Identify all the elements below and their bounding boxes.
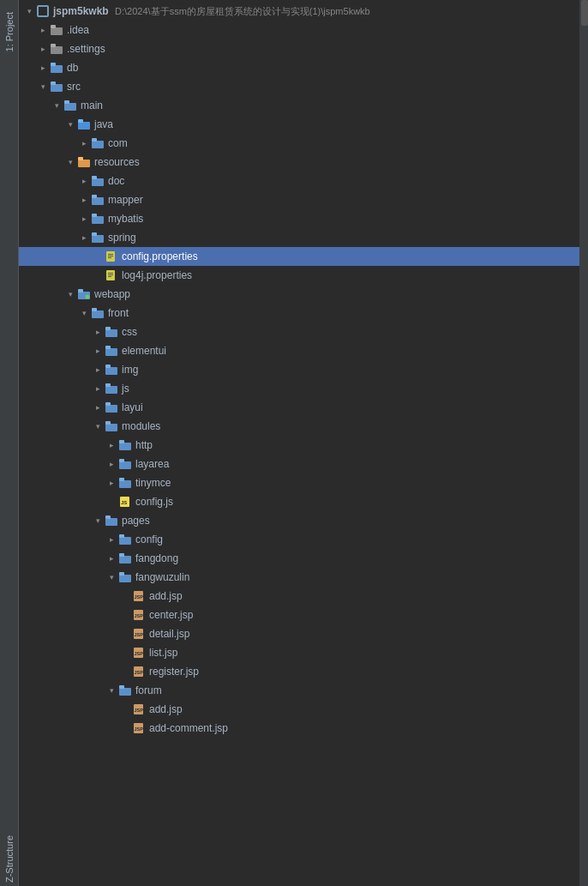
svg-rect-20 (92, 195, 97, 198)
resources-arrow[interactable] (63, 155, 77, 169)
tree-root[interactable]: jspm5kwkb D:\2024\基于ssm的房屋租赁系统的设计与实现(1)\… (19, 2, 579, 21)
tree-row-com[interactable]: com (19, 134, 579, 153)
tree-row-fangdong[interactable]: fangdong (19, 549, 579, 568)
svg-text:JSP: JSP (135, 651, 144, 656)
tree-row-idea[interactable]: .idea (19, 21, 579, 39)
module-icon (36, 4, 50, 18)
tree-row-front[interactable]: front (19, 304, 579, 322)
tree-row-pages-config[interactable]: config (19, 530, 579, 549)
tree-row-resources[interactable]: resources (19, 153, 579, 172)
scrollbar-thumb[interactable] (581, 0, 588, 26)
main-arrow[interactable] (50, 99, 63, 112)
settings-arrow[interactable] (36, 42, 50, 56)
css-folder-icon (105, 325, 118, 339)
svg-rect-38 (105, 329, 117, 337)
tree-row-db[interactable]: db (19, 58, 579, 77)
svg-rect-12 (78, 119, 83, 123)
svg-rect-53 (119, 459, 124, 462)
tree-row-forum-add-jsp[interactable]: JSP add.jsp (19, 700, 579, 719)
img-arrow[interactable] (91, 363, 105, 377)
tree-row-elementui[interactable]: elementui (19, 341, 579, 360)
tree-row-log4j-properties[interactable]: log4j.properties (19, 266, 579, 285)
spring-arrow[interactable] (77, 231, 91, 244)
tree-row-src[interactable]: src (19, 77, 579, 96)
forum-label: forum (135, 684, 162, 696)
tree-row-config-properties[interactable]: config.properties (19, 247, 579, 266)
tree-row-spring[interactable]: spring (19, 228, 579, 247)
scrollbar[interactable] (579, 0, 588, 886)
tree-row-center-jsp[interactable]: JSP center.jsp (19, 606, 579, 624)
elementui-folder-icon (105, 344, 118, 358)
layarea-arrow[interactable] (105, 457, 118, 471)
pages-config-arrow[interactable] (105, 533, 118, 546)
root-name: jspm5kwkb D:\2024\基于ssm的房屋租赁系统的设计与实现(1)\… (53, 5, 370, 18)
tree-row-http[interactable]: http (19, 436, 579, 455)
forum-arrow[interactable] (105, 684, 118, 697)
tree-row-css[interactable]: css (19, 322, 579, 341)
tree-row-layui[interactable]: layui (19, 398, 579, 417)
tree-row-add-comment-jsp[interactable]: JSP add-comment.jsp (19, 719, 579, 738)
tree-row-mapper[interactable]: mapper (19, 190, 579, 209)
doc-label: doc (108, 175, 124, 187)
tree-row-webapp[interactable]: webapp (19, 285, 579, 304)
mapper-arrow[interactable] (77, 193, 91, 207)
tree-row-java[interactable]: java (19, 115, 579, 134)
svg-rect-24 (92, 232, 97, 236)
tree-row-list-jsp[interactable]: JSP list.jsp (19, 643, 579, 662)
list-jsp-icon: JSP (132, 646, 146, 660)
tree-row-main[interactable]: main (19, 96, 579, 115)
fangdong-folder-icon (118, 551, 132, 565)
idea-arrow[interactable] (36, 23, 50, 37)
forum-add-jsp-icon: JSP (132, 702, 146, 716)
js-arrow[interactable] (91, 382, 105, 395)
fangwuzulin-arrow[interactable] (105, 570, 118, 584)
tree-row-add-jsp[interactable]: JSP add.jsp (19, 587, 579, 606)
svg-rect-36 (92, 310, 104, 318)
tree-row-tinymce[interactable]: tinymce (19, 473, 579, 492)
project-panel-label[interactable]: 1: Project (3, 9, 16, 55)
svg-text:JSP: JSP (135, 708, 144, 713)
src-label: src (67, 81, 81, 93)
tree-row-doc[interactable]: doc (19, 172, 579, 190)
src-arrow[interactable] (36, 80, 50, 93)
img-folder-icon (105, 363, 118, 377)
pages-folder-icon (105, 514, 118, 527)
log4j-properties-icon (105, 268, 118, 282)
tree-row-register-jsp[interactable]: JSP register.jsp (19, 662, 579, 681)
tree-row-forum[interactable]: forum (19, 681, 579, 700)
mybatis-arrow[interactable] (77, 212, 91, 226)
tree-row-config-js[interactable]: JS config.js (19, 492, 579, 511)
pages-arrow[interactable] (91, 514, 105, 527)
z-structure-label[interactable]: Z-Structure (3, 832, 16, 886)
tree-row-pages[interactable]: pages (19, 511, 579, 530)
layui-label: layui (122, 401, 143, 413)
project-panel: jspm5kwkb D:\2024\基于ssm的房屋租赁系统的设计与实现(1)\… (19, 0, 579, 886)
file-tree[interactable]: jspm5kwkb D:\2024\基于ssm的房屋租赁系统的设计与实现(1)\… (19, 0, 579, 886)
tree-row-settings[interactable]: .settings (19, 39, 579, 58)
tree-row-modules[interactable]: modules (19, 417, 579, 436)
tree-row-fangwuzulin[interactable]: fangwuzulin (19, 568, 579, 587)
front-arrow[interactable] (77, 306, 91, 320)
http-arrow[interactable] (105, 438, 118, 452)
tinymce-arrow[interactable] (105, 476, 118, 490)
tree-row-js[interactable]: js (19, 379, 579, 398)
webapp-arrow[interactable] (63, 287, 77, 301)
svg-rect-45 (105, 383, 111, 387)
css-arrow[interactable] (91, 325, 105, 339)
tree-row-mybatis[interactable]: mybatis (19, 209, 579, 228)
com-label: com (108, 137, 128, 149)
java-arrow[interactable] (63, 118, 77, 131)
modules-arrow[interactable] (91, 419, 105, 433)
svg-rect-44 (105, 386, 117, 394)
tree-row-detail-jsp[interactable]: JSP detail.jsp (19, 624, 579, 643)
com-arrow[interactable] (77, 136, 91, 150)
tree-row-layarea[interactable]: layarea (19, 455, 579, 473)
svg-rect-28 (108, 257, 111, 258)
doc-arrow[interactable] (77, 174, 91, 188)
fangdong-arrow[interactable] (105, 551, 118, 565)
db-arrow[interactable] (36, 61, 50, 75)
layui-arrow[interactable] (91, 401, 105, 414)
root-arrow[interactable] (22, 4, 36, 18)
tree-row-img[interactable]: img (19, 360, 579, 379)
elementui-arrow[interactable] (91, 344, 105, 358)
